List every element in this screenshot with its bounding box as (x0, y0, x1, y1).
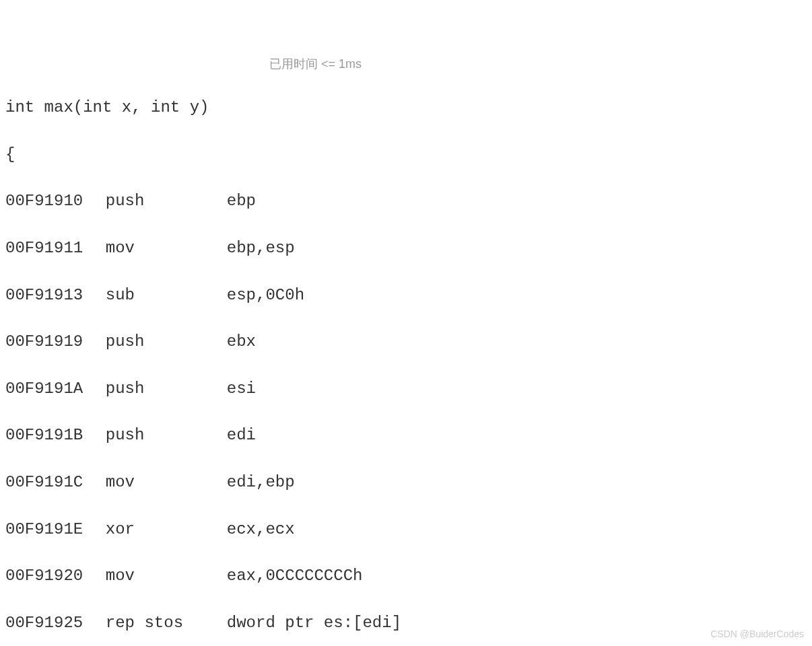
asm-address: 00F91920 (5, 565, 86, 588)
asm-instruction: mov (106, 237, 227, 260)
asm-operand: dword ptr es:[edi] (227, 614, 421, 632)
asm-line: 00F91911 movebp,esp (5, 237, 807, 260)
timing-hint: 已用时间 <= 1ms (269, 55, 362, 73)
source-signature: int max(int x, int y) (5, 96, 807, 120)
asm-operand: esi (227, 380, 275, 398)
asm-operand: edi,ebp (227, 473, 314, 491)
asm-operand: edi (227, 426, 275, 444)
asm-instruction: push (106, 190, 227, 213)
asm-line: 00F91913 subesp,0C0h (5, 284, 807, 308)
watermark: CSDN @BuiderCodes (710, 627, 804, 641)
asm-instruction: rep stos (106, 612, 227, 635)
asm-operand: ebp,esp (227, 239, 314, 257)
asm-address: 00F91913 (5, 284, 86, 308)
asm-line: 00F91919 pushebx (5, 330, 807, 354)
asm-operand: ecx,ecx (227, 520, 314, 538)
asm-operand: eax,0CCCCCCCCh (227, 567, 382, 585)
asm-address: 00F91911 (5, 237, 86, 260)
asm-address: 00F91919 (5, 330, 86, 354)
asm-instruction: xor (106, 518, 227, 542)
asm-operand: esp,0C0h (227, 286, 324, 304)
asm-address: 00F91925 (5, 612, 86, 635)
asm-line: 00F9191B pushedi (5, 424, 807, 447)
asm-address: 00F9191A (5, 378, 86, 401)
asm-operand: ebx (227, 332, 275, 351)
asm-instruction: sub (106, 284, 227, 308)
asm-line: 00F9191C movedi,ebp (5, 471, 807, 495)
asm-address: 00F9191B (5, 424, 86, 447)
asm-instruction: push (106, 330, 227, 354)
asm-address: 00F9191E (5, 518, 86, 542)
asm-instruction: mov (106, 565, 227, 588)
asm-operand: ebp (227, 192, 275, 210)
asm-instruction: push (106, 424, 227, 447)
asm-line: 00F91920 moveax,0CCCCCCCCh (5, 565, 807, 588)
asm-instruction: mov (106, 471, 227, 495)
source-open-brace: { (5, 143, 807, 167)
asm-line: 00F9191E xorecx,ecx (5, 518, 807, 542)
asm-address: 00F9191C (5, 471, 86, 495)
asm-instruction: push (106, 378, 227, 401)
asm-line: 00F91910 pushebp (5, 190, 807, 213)
asm-line: 00F91925 rep stosdword ptr es:[edi] (5, 612, 807, 635)
asm-address: 00F91910 (5, 190, 86, 213)
asm-line: 00F9191A pushesi (5, 378, 807, 401)
